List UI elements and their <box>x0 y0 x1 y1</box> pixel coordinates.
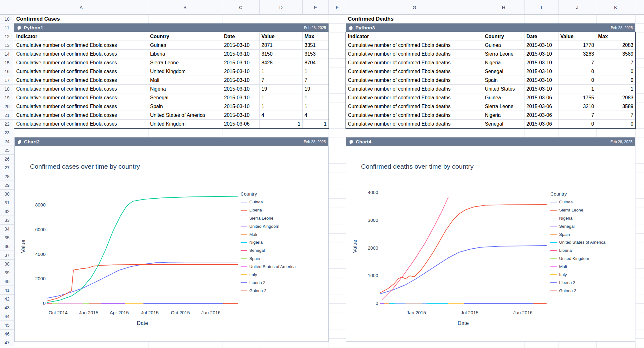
row-header-25[interactable]: 25 <box>0 146 14 155</box>
table-cell[interactable]: Mali <box>148 76 222 85</box>
table-cell[interactable]: Cumulative number of confirmed Ebola dea… <box>346 93 483 102</box>
row-header-21[interactable]: 21 <box>0 111 14 120</box>
table-cell[interactable]: 3153 <box>303 50 329 58</box>
row-header-23[interactable]: 23 <box>0 128 14 137</box>
table-cell[interactable]: 7 <box>260 76 303 85</box>
table-cell[interactable]: 7 <box>559 111 596 120</box>
table-cell[interactable]: Spain <box>148 102 222 111</box>
row-header-15[interactable]: 15 <box>0 58 14 67</box>
row-header-36[interactable]: 36 <box>0 242 14 251</box>
column-header-G[interactable]: G <box>346 0 483 15</box>
table-cell[interactable]: Cumulative number of confirmed Ebola cas… <box>14 50 148 58</box>
deaths-section-title[interactable]: Confirmed Deaths <box>346 15 485 23</box>
row-header-34[interactable]: 34 <box>0 225 14 233</box>
row-header-12[interactable]: 12 <box>0 32 14 41</box>
table-cell[interactable]: Cumulative number of confirmed Ebola dea… <box>346 67 483 76</box>
table-cell[interactable]: Cumulative number of confirmed Ebola cas… <box>14 58 148 67</box>
cases-section-title[interactable]: Confirmed Cases <box>14 15 150 23</box>
table-cell[interactable]: Sierra Leone <box>148 58 222 67</box>
row-header-40[interactable]: 40 <box>0 277 14 286</box>
table-cell[interactable]: 2015-03-06 <box>524 93 559 102</box>
table-cell[interactable]: Cumulative number of confirmed Ebola cas… <box>14 111 148 120</box>
table-cell[interactable]: Nigeria <box>483 58 524 67</box>
table-header-date[interactable]: Date <box>524 32 559 41</box>
table-cell[interactable]: 1755 <box>559 93 596 102</box>
table-cell[interactable]: 2015-03-10 <box>222 93 260 102</box>
column-header-partial[interactable] <box>635 0 644 15</box>
table-cell[interactable]: Senegal <box>148 93 222 102</box>
table-cell[interactable]: Cumulative number of confirmed Ebola cas… <box>14 76 148 85</box>
cases-chart[interactable]: Confirmed cases over time by country0200… <box>15 146 328 341</box>
table-cell[interactable]: United States <box>483 85 524 93</box>
table-cell[interactable]: United Kingdom <box>148 67 222 76</box>
table-cell[interactable]: 2871 <box>260 41 303 50</box>
table-cell[interactable]: United States of America <box>148 111 222 120</box>
table-cell[interactable]: 1 <box>303 93 329 102</box>
table-cell[interactable]: 7 <box>596 58 635 67</box>
table-cell[interactable]: Guinea <box>483 93 524 102</box>
row-header-45[interactable]: 45 <box>0 321 14 330</box>
table-cell[interactable]: Cumulative number of confirmed Ebola cas… <box>14 102 148 111</box>
column-header-D[interactable]: D <box>260 0 303 15</box>
python1-table-card[interactable]: Python1 Feb 28, 2025 IndicatorCountryDat… <box>14 23 329 128</box>
row-header-22[interactable]: 22 <box>0 120 14 128</box>
table-cell[interactable]: Nigeria <box>483 111 524 120</box>
row-header-32[interactable]: 32 <box>0 207 14 216</box>
chart4-card[interactable]: Chart4 Feb 28, 2025 Confirmed deaths ove… <box>346 137 635 342</box>
row-header-28[interactable]: 28 <box>0 172 14 181</box>
table-header-indicator[interactable]: Indicator <box>14 32 148 41</box>
table-cell[interactable]: Cumulative number of confirmed Ebola cas… <box>14 120 148 128</box>
table-cell[interactable]: Sierra Leone <box>483 50 524 58</box>
table-cell[interactable]: 3150 <box>260 50 303 58</box>
table-cell[interactable]: Guinea <box>483 41 524 50</box>
row-header-20[interactable]: 20 <box>0 102 14 111</box>
table-cell[interactable]: 2015-03-10 <box>524 58 559 67</box>
table-cell[interactable]: 3263 <box>559 50 596 58</box>
table-cell[interactable]: 19 <box>260 85 303 93</box>
table-cell[interactable]: 2015-03-10 <box>222 67 260 76</box>
table-cell[interactable]: 1 <box>260 120 303 128</box>
row-header-13[interactable]: 13 <box>0 41 14 50</box>
table-cell[interactable]: 2015-03-10 <box>524 67 559 76</box>
row-header-10[interactable]: 10 <box>0 15 14 23</box>
table-cell[interactable]: 2015-03-10 <box>222 58 260 67</box>
table-cell[interactable]: 2015-03-10 <box>222 76 260 85</box>
table-cell[interactable]: 1 <box>260 67 303 76</box>
column-header-J[interactable]: J <box>559 0 596 15</box>
table-header-country[interactable]: Country <box>148 32 222 41</box>
table-cell[interactable]: 3589 <box>596 102 635 111</box>
table-cell[interactable]: 2015-03-10 <box>222 85 260 93</box>
column-header-A[interactable]: A <box>14 0 148 15</box>
table-cell[interactable]: 1 <box>303 120 329 128</box>
table-cell[interactable]: Cumulative number of confirmed Ebola dea… <box>346 76 483 85</box>
table-cell[interactable]: 0 <box>596 76 635 85</box>
row-header-11[interactable]: 11 <box>0 23 14 32</box>
row-header-38[interactable]: 38 <box>0 260 14 268</box>
table-cell[interactable]: 3589 <box>596 50 635 58</box>
table-cell[interactable]: 1 <box>303 67 329 76</box>
column-header-H[interactable]: H <box>483 0 524 15</box>
table-cell[interactable]: Cumulative number of confirmed Ebola cas… <box>14 93 148 102</box>
row-header-31[interactable]: 31 <box>0 198 14 207</box>
table-cell[interactable]: Cumulative number of confirmed Ebola dea… <box>346 102 483 111</box>
table-header-date[interactable]: Date <box>222 32 260 41</box>
row-header-37[interactable]: 37 <box>0 251 14 260</box>
select-all-corner[interactable] <box>0 0 14 15</box>
table-cell[interactable]: Cumulative number of confirmed Ebola cas… <box>14 41 148 50</box>
table-cell[interactable]: 2015-03-10 <box>524 50 559 58</box>
table-cell[interactable]: Nigeria <box>148 85 222 93</box>
row-header-47[interactable]: 47 <box>0 338 14 347</box>
table-cell[interactable]: 2015-03-06 <box>222 120 260 128</box>
table-cell[interactable]: Cumulative number of confirmed Ebola dea… <box>346 85 483 93</box>
table-cell[interactable]: 7 <box>303 76 329 85</box>
column-header-C[interactable]: C <box>222 0 260 15</box>
table-cell[interactable]: 1778 <box>559 41 596 50</box>
table-header-indicator[interactable]: Indicator <box>346 32 483 41</box>
row-header-43[interactable]: 43 <box>0 303 14 312</box>
row-header-33[interactable]: 33 <box>0 216 14 225</box>
table-cell[interactable]: 1 <box>260 102 303 111</box>
row-header-27[interactable]: 27 <box>0 163 14 172</box>
table-cell[interactable]: 4 <box>260 111 303 120</box>
column-header-B[interactable]: B <box>148 0 222 15</box>
table-cell[interactable]: United Kingdom <box>148 120 222 128</box>
